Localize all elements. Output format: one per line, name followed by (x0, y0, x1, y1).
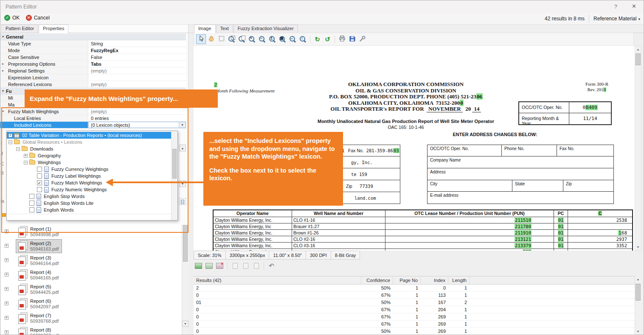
page-tool-2-button[interactable] (241, 261, 250, 271)
zoom-in-button[interactable]: + (247, 34, 257, 44)
zoom-out-button[interactable]: − (257, 34, 267, 44)
zoom-document-button[interactable] (237, 34, 247, 44)
included-lexicons-dropdown-button[interactable]: ▾ (179, 122, 186, 128)
page-tool-1-button[interactable] (230, 261, 240, 271)
results-row[interactable]: 067%12691 (194, 321, 635, 328)
property-row[interactable]: Included Lexicons(0 Lexicon objects)▾ (0, 122, 186, 128)
pan-button[interactable] (206, 34, 216, 44)
report-item[interactable]: +Report (4)50946165.pdf (0, 268, 182, 282)
property-row[interactable]: Referenced Lexicons(empty) (0, 81, 186, 88)
help-button[interactable]: ? (614, 3, 617, 10)
rotate-button[interactable]: ↺ (323, 34, 332, 44)
results-row[interactable]: 0150%11672 (194, 299, 635, 306)
lexicon-checkbox[interactable] (29, 207, 34, 212)
save-button[interactable] (347, 34, 357, 44)
report-item[interactable]: +Report (2)50946163.pdf (0, 239, 182, 253)
pointer-button[interactable] (196, 34, 206, 44)
report-item[interactable]: +Report (7)50939768.pdf (0, 311, 182, 325)
scroll-down-button[interactable]: ▼ (635, 328, 641, 335)
report-item[interactable]: +Report (3)50946164.pdf (0, 253, 182, 268)
tree-item[interactable]: English Words (7, 207, 171, 213)
tab-pattern-editor[interactable]: Pattern Editor (1, 25, 38, 33)
expander-icon[interactable]: + (5, 258, 8, 262)
lexicon-page-button[interactable] (179, 198, 186, 205)
expander-icon[interactable]: − (24, 161, 28, 165)
expander-icon[interactable]: + (5, 273, 8, 276)
tree-item[interactable]: −Downloads (7, 145, 171, 152)
undo-button[interactable]: ↶ (267, 261, 276, 271)
results-row[interactable]: 250%101 (194, 285, 635, 292)
expander-icon[interactable]: − (16, 147, 20, 151)
property-row[interactable]: Expression Lexicon (0, 74, 186, 81)
lexicon-checkbox[interactable] (37, 187, 42, 192)
results-row[interactable]: 067%12041 (194, 306, 635, 313)
zoom-actual-button[interactable]: 1 (267, 34, 277, 44)
tree-item[interactable]: English Stop Words Lite (7, 200, 171, 207)
property-row[interactable]: ▸Regional Settings(empty) (0, 67, 186, 74)
expander-icon[interactable]: + (8, 134, 12, 137)
results-column-header[interactable]: Length (448, 276, 470, 284)
zoom-width-button[interactable]: ↔ (288, 34, 298, 44)
lexicon-checkbox[interactable] (37, 173, 42, 179)
zoom-dynamic-button[interactable]: ↕ (298, 34, 308, 44)
clear-zone-button[interactable] (215, 261, 225, 271)
report-list-scrollbar[interactable]: ▼ (182, 224, 188, 335)
tree-item[interactable]: Fuzzy Currency Weightings (7, 166, 171, 173)
scroll-up-button[interactable]: ▲ (179, 145, 186, 151)
lexicon-checkbox[interactable] (29, 194, 34, 199)
lexicon-checkbox[interactable] (37, 167, 42, 172)
results-column-header[interactable]: Confidence (361, 276, 393, 284)
tree-item[interactable]: Fuzzy Numeric Weightings (7, 186, 171, 193)
property-row[interactable]: ModeFuzzyRegEx (0, 47, 186, 54)
report-item[interactable]: +Report (6)50942097.pdf (0, 296, 182, 311)
scroll-down-button[interactable]: ▼ (182, 321, 188, 327)
results-column-header[interactable]: Page No (393, 276, 421, 284)
report-item[interactable]: +Report (8)50939767.pdf (0, 325, 182, 335)
close-button[interactable]: × (632, 3, 636, 10)
results-row[interactable]: 050%12691 (194, 328, 635, 335)
scroll-up-button[interactable]: ▲ (635, 46, 641, 53)
tab-properties[interactable]: Properties (39, 25, 68, 33)
tree-item[interactable]: −Global Resources • Lexicons (7, 139, 171, 145)
results-row[interactable]: 067%11131 (194, 292, 635, 299)
scroll-up-button[interactable]: ▲ (635, 276, 641, 282)
tools-button[interactable] (357, 34, 367, 44)
cancel-button[interactable]: ✕ Cancel (26, 15, 50, 21)
expander-icon[interactable]: + (5, 302, 8, 305)
scrollbar-thumb[interactable] (636, 284, 641, 301)
expander-icon[interactable]: + (5, 316, 8, 320)
tab-text[interactable]: Text (216, 25, 233, 33)
property-row[interactable]: ▸Preprocessing OptionsTabs (0, 61, 186, 67)
scrollbar-thumb[interactable] (183, 225, 188, 262)
viewer-scrollbar[interactable]: ▲ ▼ (635, 46, 641, 251)
results-scrollbar[interactable]: ▲ ▼ (635, 276, 641, 335)
test-zone-button[interactable] (204, 261, 214, 271)
lexicon-checkbox[interactable] (29, 201, 34, 206)
expander-icon[interactable]: + (24, 154, 28, 158)
tree-item[interactable]: +Geography (7, 152, 171, 159)
scrollbar-thumb[interactable] (636, 53, 641, 65)
ok-button[interactable]: ✓ OK (4, 15, 20, 21)
tree-scrollbar[interactable] (171, 131, 177, 220)
property-row[interactable]: Case SensitiveFalse (0, 54, 186, 61)
zoom-fit-button[interactable]: ▣ (278, 34, 287, 44)
zoom-region-button[interactable] (227, 34, 236, 44)
tree-item[interactable]: English Stop Words (7, 193, 171, 200)
lexicon-checkbox[interactable]: ✓ (37, 180, 42, 185)
property-row[interactable]: ▾Fuzzy Match Weightings(empty) (0, 108, 186, 115)
tab-fuzzy-extraction-visualizer[interactable]: Fuzzy Extraction Visualizer (233, 25, 298, 33)
results-column-header[interactable]: Index (421, 276, 448, 284)
expander-icon[interactable]: + (5, 287, 8, 291)
expander-icon[interactable]: + (5, 244, 8, 248)
expander-icon[interactable]: − (8, 140, 12, 144)
expander-icon[interactable]: + (5, 229, 8, 233)
reference-material-button[interactable]: Reference Material▾ (593, 16, 640, 22)
expander-icon[interactable]: + (5, 330, 8, 334)
tab-image[interactable]: Image (194, 25, 216, 33)
tree-item[interactable]: Fuzzy Label Weightings (7, 173, 171, 179)
results-row[interactable]: 067%12691 (194, 313, 635, 321)
refresh-button[interactable]: ↻ (312, 34, 322, 44)
select-region-button[interactable] (217, 34, 226, 44)
tree-item[interactable]: +02 Table Variation - Production Reports… (7, 132, 171, 139)
extract-zone-button[interactable] (194, 261, 203, 271)
